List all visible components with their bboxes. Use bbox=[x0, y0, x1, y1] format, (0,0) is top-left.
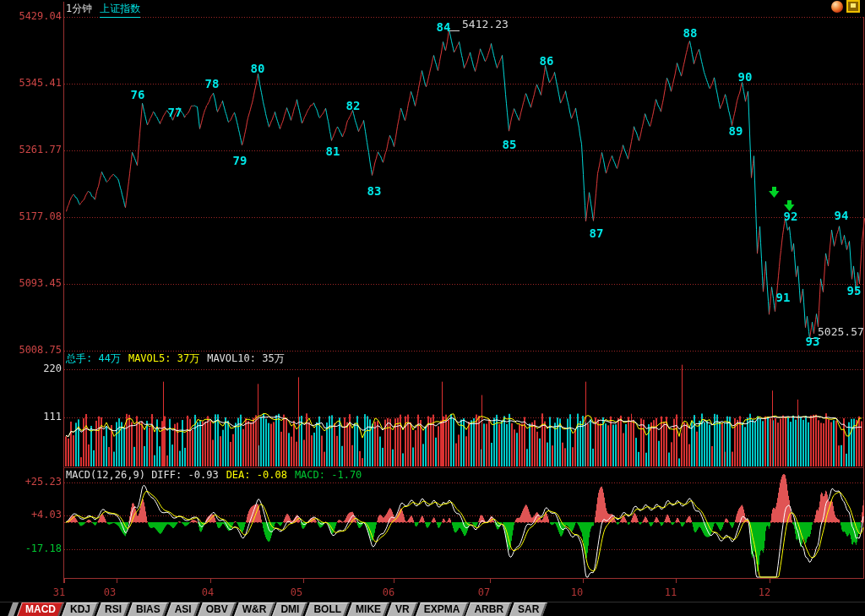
tab-label: OBV bbox=[200, 602, 234, 616]
tab-wr[interactable]: W&R bbox=[237, 602, 273, 616]
tab-boll[interactable]: BOLL bbox=[307, 602, 347, 616]
tab-label: EXPMA bbox=[418, 602, 466, 616]
tab-asi[interactable]: ASI bbox=[169, 602, 198, 616]
tab-label: ASI bbox=[169, 602, 198, 616]
tab-bias[interactable]: BIAS bbox=[130, 602, 166, 616]
volume-header-item: MAVOL5: 37万 bbox=[128, 352, 199, 366]
tab-label: KDJ bbox=[64, 602, 96, 616]
volume-header-item: MAVOL10: 35万 bbox=[207, 352, 284, 366]
macd-header-item: MACD: -1.70 bbox=[295, 469, 362, 481]
tab-label: VR bbox=[389, 602, 416, 616]
tab-label: RSI bbox=[99, 602, 128, 616]
tab-expma[interactable]: EXPMA bbox=[418, 602, 466, 616]
tab-label: BIAS bbox=[130, 602, 166, 616]
tab-label: SAR bbox=[512, 602, 545, 616]
tab-vr[interactable]: VR bbox=[389, 602, 416, 616]
globe-icon[interactable] bbox=[831, 1, 843, 13]
chart-title: 1分钟 上证指数 bbox=[66, 2, 140, 18]
tab-label: DMI bbox=[275, 602, 305, 616]
window-restore-glyph bbox=[851, 3, 856, 8]
macd-header-item: DEA: -0.08 bbox=[226, 469, 287, 481]
tab-label: ARBR bbox=[468, 602, 509, 616]
tab-label: MACD bbox=[19, 602, 62, 616]
indicator-tab-bar: MACDKDJRSIBIASASIOBVW&RDMIBOLLMIKEVREXPM… bbox=[0, 602, 865, 616]
tab-label: MIKE bbox=[350, 602, 387, 616]
volume-header-item: 总手: 44万 bbox=[66, 352, 121, 366]
tab-arbr[interactable]: ARBR bbox=[468, 602, 509, 616]
macd-header-item: MACD(12,26,9) DIFF: -0.93 bbox=[66, 469, 219, 481]
tab-kdj[interactable]: KDJ bbox=[64, 602, 96, 616]
tab-rsi[interactable]: RSI bbox=[99, 602, 128, 616]
tab-sar[interactable]: SAR bbox=[512, 602, 545, 616]
tab-dmi[interactable]: DMI bbox=[275, 602, 305, 616]
volume-header: 总手: 44万MAVOL5: 37万MAVOL10: 35万 bbox=[66, 352, 285, 366]
stock-app-window: 1分钟 上证指数 5429.045345.415261.775177.08509… bbox=[0, 0, 865, 616]
tab-mike[interactable]: MIKE bbox=[350, 602, 387, 616]
macd-header: MACD(12,26,9) DIFF: -0.93DEA: -0.08MACD:… bbox=[66, 469, 362, 481]
symbol-link[interactable]: 上证指数 bbox=[100, 2, 140, 18]
chart-canvas[interactable] bbox=[0, 0, 865, 616]
tab-label: BOLL bbox=[307, 602, 347, 616]
tab-obv[interactable]: OBV bbox=[200, 602, 234, 616]
tab-macd[interactable]: MACD bbox=[19, 602, 62, 616]
tab-label: W&R bbox=[237, 602, 273, 616]
timeframe-label: 1分钟 bbox=[66, 2, 92, 18]
window-restore-icon[interactable] bbox=[846, 0, 860, 13]
